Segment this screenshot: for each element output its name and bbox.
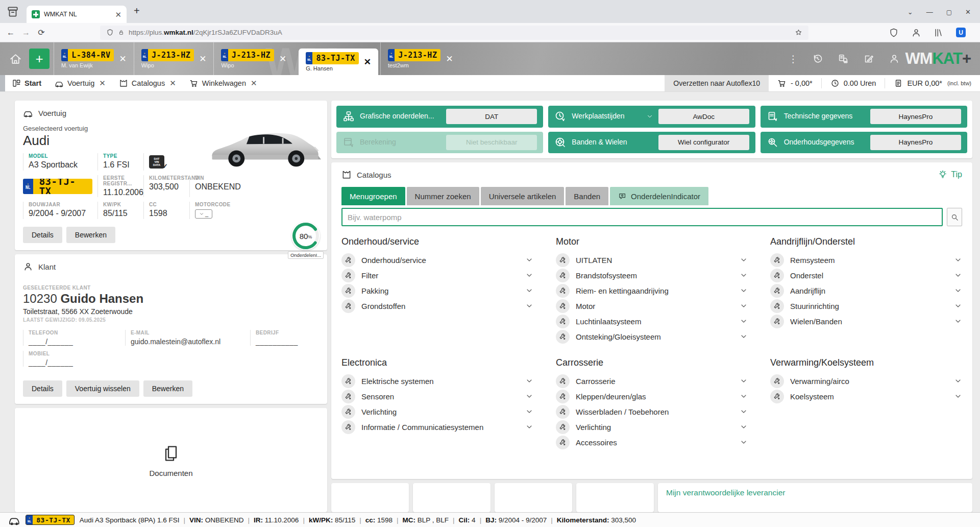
- catalog-item-grondstoffen[interactable]: Grondstoffen: [341, 298, 533, 314]
- vehicle-tab-l-384-rv[interactable]: ✶NLL-384-RVM. van Ewijk✕: [54, 42, 134, 75]
- catalog-item-verlichting[interactable]: Verlichting: [341, 404, 533, 419]
- cart-total[interactable]: - 0,00*: [769, 79, 821, 88]
- email-field[interactable]: E-MAIL guido.malestein@autoflex.nl: [125, 330, 250, 346]
- maximize-button[interactable]: ▢: [946, 9, 952, 16]
- catalog-item-kleppen-deuren-glas[interactable]: Kleppen/deuren/glas: [556, 389, 748, 404]
- catalog-item-wielen-banden[interactable]: Wielen/Banden: [770, 314, 962, 329]
- minimize-button[interactable]: —: [926, 8, 933, 16]
- nav-tab-start[interactable]: Start: [5, 79, 48, 88]
- search-button[interactable]: [947, 208, 962, 226]
- catalog-item-sensoren[interactable]: Sensoren: [341, 389, 533, 404]
- action-tile-button[interactable]: HaynesPro: [870, 109, 961, 124]
- tab-list-chevron-icon[interactable]: ⌄: [908, 8, 913, 16]
- vehicle-tab-83-tj-tx[interactable]: ✶NL83-TJ-TXG. Hansen✕: [299, 49, 378, 75]
- close-icon[interactable]: ✕: [199, 54, 206, 64]
- documents-panel[interactable]: Documenten: [15, 408, 327, 512]
- close-icon[interactable]: ✕: [251, 79, 257, 88]
- catalog-item-verlichting[interactable]: Verlichting: [556, 419, 748, 435]
- nav-tab-winkelwagen[interactable]: Winkelwagen✕: [183, 79, 264, 88]
- vehicle-edit-button[interactable]: Bewerken: [66, 227, 115, 243]
- switch-vehicle-button[interactable]: Voertuig wisselen: [66, 380, 139, 397]
- catalog-item-aandrijflijn[interactable]: Aandrijflijn: [770, 283, 962, 298]
- vehicle-tab-j-213-hz[interactable]: ✶NLJ-213-HZWipo✕: [213, 42, 293, 75]
- catalog-item-brandstofsysteem[interactable]: Brandstofsysteem: [556, 268, 748, 283]
- history-icon[interactable]: [812, 53, 823, 64]
- catalog-tab-banden[interactable]: Banden: [566, 187, 608, 205]
- privacy-shield-icon[interactable]: [889, 28, 899, 38]
- catalog-item-filter[interactable]: Filter: [341, 268, 533, 283]
- action-tile-button[interactable]: DAT: [446, 109, 537, 124]
- catalog-item-luchtinlaatsysteem[interactable]: Luchtinlaatsysteem: [556, 314, 748, 329]
- catalog-item-onderhoud-service[interactable]: Onderhoud/service: [341, 252, 533, 268]
- hours-total[interactable]: 0.00 Uren: [822, 79, 885, 88]
- catalog-item-riem-en-kettingaandrijving[interactable]: Riem- en kettingaandrijving: [556, 283, 748, 298]
- catalog-tab-nummer-zoeken[interactable]: Nummer zoeken: [407, 187, 479, 205]
- back-button[interactable]: ←: [3, 28, 18, 37]
- parts-search-input[interactable]: [341, 208, 943, 226]
- new-tab-button[interactable]: +: [134, 5, 140, 17]
- vehicle-tab-j-213-hz[interactable]: ✶NLJ-213-HZtest2wm✕: [380, 42, 460, 75]
- action-tile-labor-times[interactable]: WerkplaatstijdenAwDoc: [548, 106, 755, 128]
- catalog-tab-menugroepen[interactable]: Menugroepen: [341, 187, 405, 205]
- catalog-item-informatie-communicatiesystemen[interactable]: Informatie / Communicatiesystemen: [341, 419, 533, 435]
- catalog-item-verwarming-airco[interactable]: Verwarming/airco: [770, 373, 962, 389]
- dat-vin-data-badge[interactable]: DATVINDATA: [149, 155, 164, 169]
- customer-details-button[interactable]: Details: [23, 380, 62, 397]
- catalog-tab-onderdelenindicator[interactable]: OnderdelenIndicator: [610, 187, 708, 205]
- browser-tab[interactable]: WMKAT NL ✕: [27, 6, 127, 23]
- close-icon[interactable]: ✕: [446, 54, 453, 64]
- home-icon[interactable]: [9, 53, 22, 65]
- nav-tab-catalogus[interactable]: Catalogus✕: [112, 79, 183, 88]
- mobile-field[interactable]: MOBIEL ____/______: [23, 351, 125, 367]
- tab-manager-icon[interactable]: [6, 5, 19, 18]
- catalog-item-koelsysteem[interactable]: Koelsysteem: [770, 389, 962, 404]
- add-vehicle-button[interactable]: +: [29, 49, 50, 69]
- tip-button[interactable]: Tip: [938, 170, 962, 180]
- lock-icon[interactable]: [118, 29, 125, 36]
- tab-close-icon[interactable]: ✕: [115, 11, 121, 18]
- bookmark-star-icon[interactable]: [795, 29, 802, 36]
- catalog-item-onderstel[interactable]: Onderstel: [770, 268, 962, 283]
- action-tile-button[interactable]: Wiel configurator: [658, 135, 749, 150]
- catalog-item-wisserbladen-toebehoren[interactable]: Wisserbladen / Toebehoren: [556, 404, 748, 419]
- catalog-item-remsysteem[interactable]: Remsysteem: [770, 252, 962, 268]
- catalog-item-uitlaten[interactable]: UITLATEN: [556, 252, 748, 268]
- action-tile-button[interactable]: HaynesPro: [870, 135, 961, 150]
- close-icon[interactable]: ✕: [99, 79, 106, 88]
- nav-tab-voertuig[interactable]: Voertuig✕: [48, 79, 112, 88]
- close-icon[interactable]: ✕: [364, 57, 371, 67]
- vehicle-tab-j-213-hz[interactable]: ✶NLJ-213-HZWipo✕: [134, 42, 214, 75]
- engine-code-dropdown[interactable]: _: [195, 209, 212, 219]
- catalog-item-accessoires[interactable]: Accessoires: [556, 435, 748, 450]
- action-tile-technical-data[interactable]: Technische gegevensHaynesPro: [761, 106, 967, 128]
- transfer-autoflex-button[interactable]: Overzetten naar Autoflex10: [665, 75, 769, 91]
- tracking-protection-shield-icon[interactable]: [106, 29, 114, 36]
- library-icon[interactable]: [934, 28, 944, 38]
- more-options-icon[interactable]: ⋮: [788, 53, 798, 65]
- order-total[interactable]: EUR 0,00*(incl. btw): [885, 79, 980, 88]
- compose-icon[interactable]: [863, 53, 874, 64]
- close-icon[interactable]: ✕: [119, 54, 126, 64]
- catalog-item-carrosserie[interactable]: Carrosserie: [556, 373, 748, 389]
- catalog-tab-universele-artikelen[interactable]: Universele artikelen: [481, 187, 565, 205]
- action-tile-tires-wheels[interactable]: Banden & WielenWiel configurator: [548, 132, 755, 154]
- ublock-extension-icon[interactable]: U: [956, 28, 966, 37]
- company-field[interactable]: BEDRIJF __________: [250, 330, 319, 346]
- action-tile-maintenance-data[interactable]: OnderhoudsgegevensHaynesPro: [761, 132, 967, 154]
- close-icon[interactable]: ✕: [169, 79, 176, 88]
- user-icon[interactable]: [889, 53, 900, 64]
- customer-edit-button[interactable]: Bewerken: [143, 380, 192, 397]
- reload-button[interactable]: ⟳: [34, 28, 49, 37]
- delivery-note-icon[interactable]: [838, 53, 849, 64]
- catalog-item-elektrische-systemen[interactable]: Elektrische systemen: [341, 373, 533, 389]
- close-icon[interactable]: ✕: [279, 54, 286, 64]
- phone-field[interactable]: TELEFOON ____/______: [23, 330, 125, 346]
- action-tile-graphic-parts[interactable]: Grafische onderdelen...DAT: [336, 106, 543, 128]
- window-close-button[interactable]: ✕: [965, 8, 971, 16]
- action-tile-button[interactable]: AwDoc: [658, 109, 749, 124]
- catalog-item-stuurinrichting[interactable]: Stuurinrichting: [770, 298, 962, 314]
- url-bar[interactable]: https://plus.wmkat.nl/2qKjr1rSJa6ZUFVDaD…: [100, 26, 808, 40]
- forward-button[interactable]: →: [18, 28, 34, 37]
- catalog-item-pakking[interactable]: Pakking: [341, 283, 533, 298]
- catalog-item-ontsteking-gloeisysteem[interactable]: Ontsteking/Gloeisysteem: [556, 329, 748, 344]
